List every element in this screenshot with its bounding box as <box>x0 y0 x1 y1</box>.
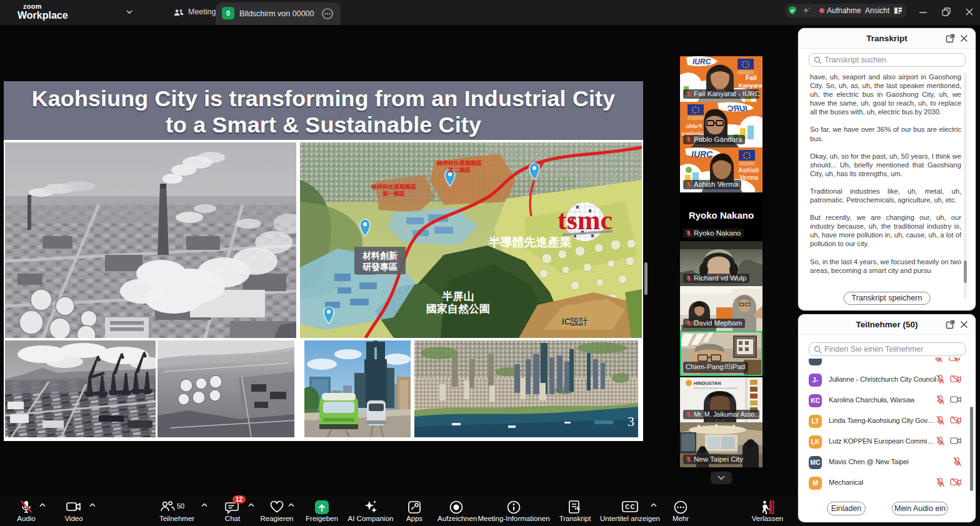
svg-text:IC設計: IC設計 <box>562 317 588 327</box>
svg-text:Verma: Verma <box>739 174 758 181</box>
svg-text:Pablo: Pablo <box>686 122 702 129</box>
svg-text:HINDUSTAN: HINDUSTAN <box>694 380 721 386</box>
svg-text:第一園區: 第一園區 <box>382 191 405 197</box>
svg-text:IURC: IURC <box>691 149 713 159</box>
svg-text:楠梓科技產業園區: 楠梓科技產業園區 <box>371 184 416 190</box>
svg-text:INSTITUTE OF TECHNOLOGY & SCIE: INSTITUTE OF TECHNOLOGY & SCIENCE <box>694 387 738 390</box>
svg-text:Faii: Faii <box>746 74 757 81</box>
svg-text:第二園區: 第二園區 <box>448 167 471 173</box>
svg-text:IURC: IURC <box>728 104 748 113</box>
svg-text:半導體先進產業: 半導體先進產業 <box>488 236 572 249</box>
svg-text:材料創新: 材料創新 <box>362 251 398 261</box>
svg-text:楠梓科技產業園區: 楠梓科技產業園區 <box>436 160 482 166</box>
svg-text:50: 50 <box>177 502 184 510</box>
svg-text:IURC: IURC <box>692 57 711 66</box>
svg-text:半屏山: 半屏山 <box>442 290 474 302</box>
svg-text:國家自然公園: 國家自然公園 <box>426 302 490 315</box>
svg-text:研發專區: 研發專區 <box>362 262 398 272</box>
svg-text:Ashish: Ashish <box>738 167 759 174</box>
svg-text:Kanyarat: Kanyarat <box>739 82 762 89</box>
